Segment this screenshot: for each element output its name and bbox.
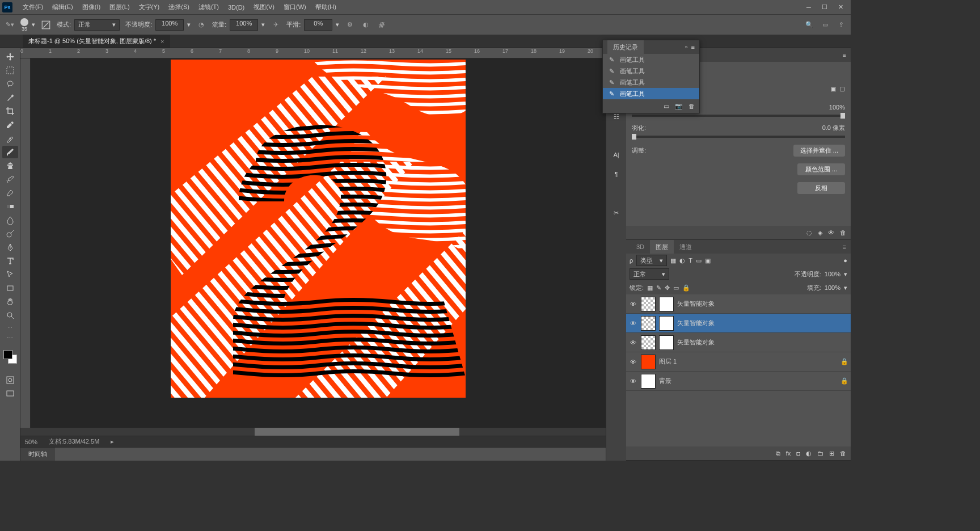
document-tab[interactable]: 未标题-1 @ 50% (矢量智能对象, 图层蒙版/8) * × xyxy=(23,35,170,48)
visibility-toggle[interactable]: 👁 xyxy=(628,301,637,307)
maximize-button[interactable]: ☐ xyxy=(817,2,833,13)
color-swatch[interactable] xyxy=(3,350,17,364)
brush-preview-icon[interactable] xyxy=(20,18,28,26)
eyedropper-tool[interactable] xyxy=(2,119,18,131)
chevron-right-icon[interactable]: ▸ xyxy=(111,438,114,445)
paragraph-panel-icon[interactable]: ¶ xyxy=(611,168,622,180)
apply-mask-icon[interactable]: ◈ xyxy=(818,229,822,237)
character-panel-icon[interactable]: A| xyxy=(611,149,622,161)
add-mask-icon[interactable]: ◘ xyxy=(796,450,800,457)
timeline-tab[interactable]: 时间轴 xyxy=(20,448,55,461)
layer-mask-thumbnail[interactable] xyxy=(659,297,674,311)
layer-kind-filter[interactable]: 类型▾ xyxy=(636,255,667,266)
filter-shape-icon[interactable]: ▭ xyxy=(696,257,702,264)
panel-menu-icon[interactable]: ≡ xyxy=(691,44,695,50)
lock-all-icon[interactable]: 🔒 xyxy=(682,284,690,292)
density-slider[interactable] xyxy=(632,115,845,117)
layer-row[interactable]: 👁矢量智能对象 xyxy=(626,314,851,333)
panel-menu-icon[interactable]: ≡ xyxy=(843,52,846,58)
canvas-viewport[interactable] xyxy=(31,58,606,428)
new-fill-adjust-icon[interactable]: ◐ xyxy=(806,450,812,457)
menu-file[interactable]: 文件(F) xyxy=(18,0,48,14)
gradient-tool[interactable] xyxy=(2,200,18,213)
panel-menu-icon[interactable]: ≡ xyxy=(843,243,846,250)
load-selection-icon[interactable]: ◌ xyxy=(806,229,812,237)
pixel-mask-icon[interactable]: ▣ xyxy=(830,85,836,92)
layer-row[interactable]: 👁背景🔒 xyxy=(626,372,851,391)
lock-trans-icon[interactable]: ▦ xyxy=(647,284,653,292)
zoom-level[interactable]: 50% xyxy=(25,439,37,445)
layer-row[interactable]: 👁图层 1🔒 xyxy=(626,352,851,372)
delete-state-icon[interactable]: 🗑 xyxy=(688,103,695,109)
layer-fx-icon[interactable]: fx xyxy=(786,450,791,457)
vector-mask-icon[interactable]: ▢ xyxy=(839,85,845,92)
menu-image[interactable]: 图像(I) xyxy=(78,0,105,14)
horizontal-scrollbar[interactable] xyxy=(20,428,606,436)
layer-name[interactable]: 矢量智能对象 xyxy=(677,338,715,347)
smoothing-input[interactable]: 0% xyxy=(304,19,332,31)
chevron-down-icon[interactable]: ▾ xyxy=(261,21,265,28)
pressure-opacity-icon[interactable]: ◔ xyxy=(196,20,206,30)
menu-filter[interactable]: 滤镜(T) xyxy=(194,0,223,14)
layer-thumbnail[interactable] xyxy=(641,335,656,350)
menu-window[interactable]: 窗口(W) xyxy=(279,0,311,14)
collapse-icon[interactable]: » xyxy=(685,44,688,50)
screen-mode-toggle[interactable] xyxy=(2,387,18,400)
select-and-mask-button[interactable]: 选择并遮住 ... xyxy=(793,145,845,157)
layers-tab[interactable]: 图层 xyxy=(650,240,674,254)
clone-stamp-tool[interactable] xyxy=(2,159,18,172)
tool-presets-icon[interactable]: ✂ xyxy=(611,207,622,218)
minimize-button[interactable]: ─ xyxy=(801,2,817,13)
quick-mask-toggle[interactable] xyxy=(2,374,18,386)
layer-mask-thumbnail[interactable] xyxy=(659,316,674,331)
layer-thumbnail[interactable] xyxy=(641,316,656,331)
chevron-down-icon[interactable]: ▾ xyxy=(187,21,191,28)
layer-opacity-value[interactable]: 100% xyxy=(825,271,840,277)
brush-panel-toggle-icon[interactable] xyxy=(41,20,51,30)
fill-value[interactable]: 100% xyxy=(825,284,840,291)
3d-tab[interactable]: 3D xyxy=(631,240,650,254)
ruler-horizontal[interactable]: 01234567891011121314151617181920 xyxy=(20,48,606,58)
history-tab[interactable]: 历史记录 xyxy=(607,40,644,54)
visibility-toggle[interactable]: 👁 xyxy=(628,378,637,385)
visibility-toggle[interactable]: 👁 xyxy=(628,339,637,346)
layer-row[interactable]: 👁矢量智能对象 xyxy=(626,294,851,314)
type-tool[interactable] xyxy=(2,255,18,267)
new-layer-icon[interactable]: ⊞ xyxy=(829,450,834,457)
filter-adjust-icon[interactable]: ◐ xyxy=(679,257,685,264)
marquee-tool[interactable] xyxy=(2,64,18,77)
layer-blend-mode-select[interactable]: 正常▾ xyxy=(630,268,669,280)
close-button[interactable]: ✕ xyxy=(833,2,848,13)
dodge-tool[interactable] xyxy=(2,227,18,240)
layer-thumbnail[interactable] xyxy=(641,374,656,389)
workspace-icon[interactable]: ▭ xyxy=(820,20,830,30)
feather-slider[interactable] xyxy=(632,136,845,138)
chevron-down-icon[interactable]: ▾ xyxy=(336,21,339,28)
layer-name[interactable]: 图层 1 xyxy=(659,357,677,366)
menu-type[interactable]: 文字(Y) xyxy=(134,0,164,14)
feather-value[interactable]: 0.0 像素 xyxy=(822,124,845,132)
history-item[interactable]: ✎画笔工具 xyxy=(603,88,699,99)
lock-artboard-icon[interactable]: ▭ xyxy=(673,284,679,292)
layer-name[interactable]: 矢量智能对象 xyxy=(677,300,715,308)
symmetry-icon[interactable]: ᚍ xyxy=(377,20,387,30)
delete-mask-icon[interactable]: 🗑 xyxy=(840,229,846,236)
scrollbar-thumb[interactable] xyxy=(255,428,459,436)
new-group-icon[interactable]: 🗀 xyxy=(817,450,823,457)
history-item[interactable]: ✎画笔工具 xyxy=(603,54,699,65)
disable-mask-icon[interactable]: 👁 xyxy=(828,229,834,236)
lock-image-icon[interactable]: ✎ xyxy=(656,284,661,292)
menu-select[interactable]: 选择(S) xyxy=(164,0,194,14)
new-doc-from-state-icon[interactable]: ▭ xyxy=(664,103,669,110)
layer-mask-thumbnail[interactable] xyxy=(659,335,674,350)
filter-type-icon[interactable]: T xyxy=(688,257,692,264)
close-icon[interactable]: × xyxy=(160,38,164,45)
lasso-tool[interactable] xyxy=(2,78,18,90)
layer-thumbnail[interactable] xyxy=(641,297,656,311)
layer-row[interactable]: 👁矢量智能对象 xyxy=(626,333,851,352)
menu-view[interactable]: 视图(V) xyxy=(249,0,279,14)
search-icon[interactable]: 🔍 xyxy=(804,20,814,30)
opacity-input[interactable]: 100% xyxy=(155,19,184,31)
invert-button[interactable]: 反相 xyxy=(797,182,845,194)
gear-icon[interactable]: ⚙ xyxy=(345,20,355,30)
